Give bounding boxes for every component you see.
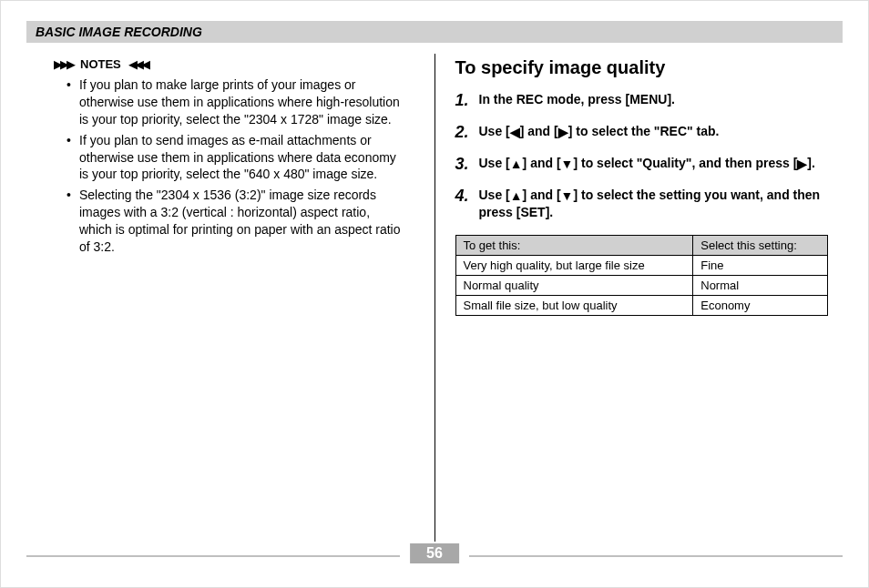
procedure-steps: In the REC mode, press [MENU]. Use [◀] a…	[455, 91, 829, 220]
notes-label: NOTES	[80, 57, 121, 71]
play-right-icon: ▶▶▶	[54, 57, 73, 71]
step-item: Use [◀] and [▶] to select the "REC" tab.	[455, 123, 829, 140]
table-cell: Normal quality	[455, 276, 693, 296]
step-text: ] and [	[520, 124, 558, 138]
table-cell: Economy	[693, 296, 828, 316]
table-cell: Normal	[693, 276, 828, 296]
right-column: To specify image quality In the REC mode…	[435, 57, 843, 549]
arrow-right-icon: ▶	[558, 124, 568, 141]
table-header-row: To get this: Select this setting:	[455, 236, 828, 256]
table-cell: Small file size, but low quality	[455, 296, 693, 316]
arrow-left-icon: ◀	[510, 124, 520, 141]
step-text: ] and [	[523, 156, 561, 170]
step-item: Use [▲] and [▼] to select "Quality", and…	[455, 155, 829, 172]
note-item: Selecting the "2304 x 1536 (3:2)" image …	[66, 187, 405, 256]
table-row: Normal quality Normal	[455, 276, 828, 296]
step-text: Use [	[479, 156, 510, 170]
subsection-heading: To specify image quality	[455, 57, 829, 78]
left-column: ▶▶▶ NOTES ◀◀◀ If you plan to make large …	[26, 57, 434, 549]
note-item: If you plan to make large prints of your…	[66, 76, 405, 128]
footer-rule-right	[469, 555, 843, 557]
arrow-up-icon: ▲	[510, 188, 523, 205]
manual-page: BASIC IMAGE RECORDING ▶▶▶ NOTES ◀◀◀ If y…	[0, 0, 869, 588]
step-text: Use [	[479, 188, 510, 202]
arrow-down-icon: ▼	[561, 156, 574, 173]
arrow-down-icon: ▼	[561, 188, 574, 205]
table-cell: Fine	[693, 256, 828, 276]
step-text: ] to select "Quality", and then press [	[573, 156, 797, 170]
step-text: ] and [	[523, 188, 561, 202]
step-text: ] to select the "REC" tab.	[568, 124, 720, 138]
step-text: Use [	[479, 124, 510, 138]
step-text: In the REC mode, press [MENU].	[479, 92, 675, 106]
table-row: Very high quality, but large file size F…	[455, 256, 828, 276]
step-item: Use [▲] and [▼] to select the setting yo…	[455, 187, 829, 221]
notes-list: If you plan to make large prints of your…	[66, 76, 405, 256]
table-header: Select this setting:	[693, 236, 828, 256]
step-text: ].	[807, 156, 815, 170]
page-number: 56	[410, 543, 459, 563]
quality-settings-table: To get this: Select this setting: Very h…	[455, 235, 829, 316]
step-item: In the REC mode, press [MENU].	[455, 91, 829, 108]
play-left-icon: ◀◀◀	[128, 57, 148, 71]
table-row: Small file size, but low quality Economy	[455, 296, 828, 316]
table-header: To get this:	[455, 236, 693, 256]
footer-rule-left	[26, 555, 400, 557]
section-header: BASIC IMAGE RECORDING	[26, 21, 843, 43]
arrow-right-icon: ▶	[797, 156, 807, 173]
notes-heading: ▶▶▶ NOTES ◀◀◀	[54, 57, 405, 71]
note-item: If you plan to send images as e-mail att…	[66, 132, 405, 184]
two-column-layout: ▶▶▶ NOTES ◀◀◀ If you plan to make large …	[26, 57, 843, 549]
table-cell: Very high quality, but large file size	[455, 256, 693, 276]
page-footer: 56	[26, 549, 843, 573]
arrow-up-icon: ▲	[510, 156, 523, 173]
